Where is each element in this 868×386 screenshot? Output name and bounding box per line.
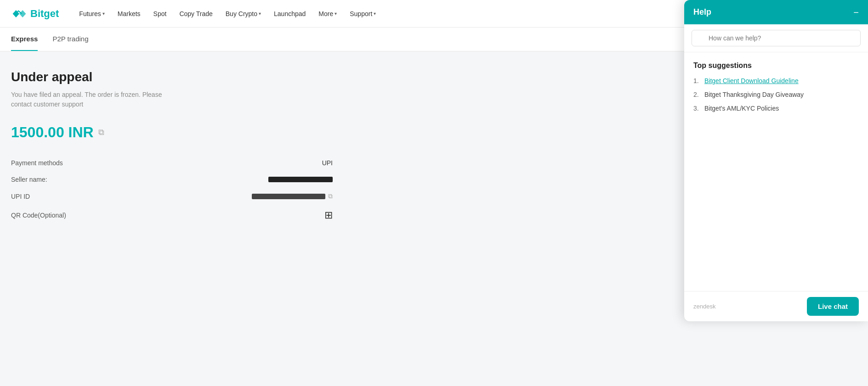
- zendesk-label: zendesk: [693, 303, 715, 310]
- seller-name-label: Seller name:: [11, 176, 47, 183]
- qr-code-icon[interactable]: ⊞: [324, 209, 333, 221]
- chevron-down-icon: ▾: [259, 11, 261, 16]
- suggestion-2: 2. Bitget Thanksgiving Day Giveaway: [693, 91, 859, 98]
- brand-name: Bitget: [30, 8, 59, 20]
- nav-support[interactable]: Support ▾: [344, 6, 381, 21]
- order-section: Under appeal You have filed an appeal. T…: [11, 70, 430, 221]
- tab-p2p[interactable]: P2P trading: [52, 28, 88, 51]
- payment-details: Payment methods UPI Seller name: UPI ID …: [11, 159, 430, 221]
- payment-method-value: UPI: [322, 159, 333, 167]
- payment-methods-label: Payment methods: [11, 159, 63, 167]
- chevron-down-icon: ▾: [335, 11, 337, 16]
- live-chat-button[interactable]: Live chat: [807, 297, 859, 316]
- suggestions-title: Top suggestions: [693, 62, 859, 70]
- nav-more[interactable]: More ▾: [313, 6, 342, 21]
- help-search-bar: 🔍: [684, 24, 868, 52]
- qr-code-label: QR Code(Optional): [11, 212, 66, 219]
- help-search-input[interactable]: [692, 30, 861, 46]
- nav-markets[interactable]: Markets: [112, 6, 146, 21]
- nav-buy-crypto[interactable]: Buy Crypto ▾: [220, 6, 267, 21]
- help-footer: zendesk Live chat: [684, 291, 868, 321]
- help-close-button[interactable]: −: [853, 8, 859, 17]
- help-body: Top suggestions 1. Bitget Client Downloa…: [684, 52, 868, 291]
- payment-method-row: Payment methods UPI: [11, 159, 333, 167]
- suggestion-text-3[interactable]: Bitget's AML/KYC Policies: [704, 105, 779, 112]
- upi-id-row: UPI ID ⧉: [11, 192, 333, 200]
- upi-id-label: UPI ID: [11, 193, 30, 200]
- help-header: Help −: [684, 0, 868, 24]
- nav-spot[interactable]: Spot: [148, 6, 172, 21]
- logo[interactable]: Bitget: [11, 7, 59, 20]
- seller-name-redacted: [268, 177, 333, 182]
- tab-express[interactable]: Express: [11, 28, 38, 51]
- nav-items: Futures ▾ Markets Spot Copy Trade Buy Cr…: [74, 6, 724, 21]
- main-content: Under appeal You have filed an appeal. T…: [0, 51, 441, 240]
- nav-futures[interactable]: Futures ▾: [74, 6, 110, 21]
- seller-name-row: Seller name:: [11, 176, 333, 183]
- qr-code-row: QR Code(Optional) ⊞: [11, 209, 333, 221]
- suggestion-3: 3. Bitget's AML/KYC Policies: [693, 105, 859, 112]
- order-amount: 1500.00 INR: [11, 124, 94, 141]
- help-title: Help: [693, 7, 711, 17]
- help-panel: Help − 🔍 Top suggestions 1. Bitget Clien…: [684, 0, 868, 321]
- suggestion-link-1[interactable]: Bitget Client Download Guideline: [704, 77, 799, 84]
- suggestion-text-2[interactable]: Bitget Thanksgiving Day Giveaway: [704, 91, 804, 98]
- nav-launchpad[interactable]: Launchpad: [268, 6, 311, 21]
- bitget-logo-icon: [11, 7, 28, 20]
- copy-upi-icon[interactable]: ⧉: [328, 192, 333, 200]
- status-title: Under appeal: [11, 70, 430, 84]
- suggestion-1: 1. Bitget Client Download Guideline: [693, 77, 859, 84]
- chevron-down-icon: ▾: [102, 11, 105, 16]
- status-description: You have filed an appeal. The order is f…: [11, 90, 167, 109]
- nav-copy-trade[interactable]: Copy Trade: [174, 6, 218, 21]
- amount-display: 1500.00 INR ⧉: [11, 124, 430, 141]
- copy-icon[interactable]: ⧉: [98, 128, 104, 137]
- upi-id-redacted: [252, 194, 325, 199]
- chevron-down-icon: ▾: [374, 11, 376, 16]
